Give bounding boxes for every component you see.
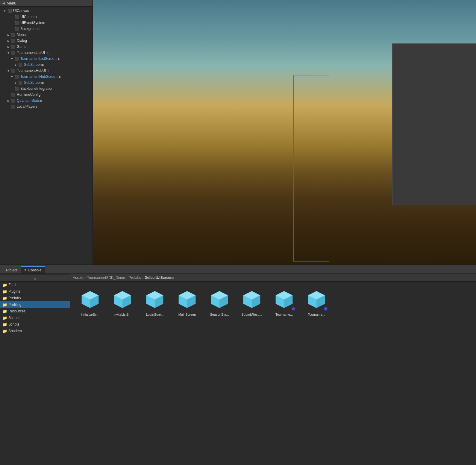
tree-item-dialog[interactable]: ⬛ Dialog	[0, 38, 93, 44]
tree-item-background[interactable]: ⬛ Background	[0, 26, 93, 32]
scroll-up-icon: ▲	[34, 276, 37, 280]
scroll-up-button[interactable]: ▲	[0, 275, 70, 282]
sidebar-item-shaders[interactable]: 📁 Shaders	[0, 328, 70, 334]
asset-icon-loginscreen	[143, 288, 167, 311]
cube-svg-invitelistsc	[112, 289, 133, 310]
arrow-menu	[6, 33, 11, 37]
label-resources: Resources	[8, 309, 25, 313]
label-shaders: Shaders	[8, 329, 22, 333]
folder-icon-shaders: 📁	[2, 329, 7, 333]
sidebar-item-scenes[interactable]: 📁 Scenes	[0, 314, 70, 321]
arrow-subscreen2	[13, 81, 18, 84]
arrow-subscreen1	[13, 63, 18, 66]
label-scripts: Scripts	[8, 322, 19, 326]
asset-label-tourname1: Tourname...	[275, 313, 293, 316]
arrow-tournamenthubui	[6, 69, 11, 72]
sidebar-item-profiling[interactable]: 📁 Profiling	[0, 301, 70, 308]
breadcrumb-sep3: ›	[142, 276, 143, 280]
asset-icon-tourname2	[304, 288, 328, 311]
cube-icon-uicamera: ⬛	[14, 14, 19, 19]
label-prefabs: Prefabs	[8, 296, 21, 300]
asset-item-invitelistsc[interactable]: InviteListS...	[107, 286, 137, 317]
asset-label-invitelistsc: InviteListS...	[113, 313, 131, 316]
cube-svg-mainscreen	[176, 289, 198, 310]
asset-label-submitresu: SubmitResu...	[241, 313, 262, 316]
cube-svg-initializesc	[79, 289, 101, 310]
asset-icon-mainscreen	[175, 288, 199, 311]
tree-item-uicamera[interactable]: ⬛ UICamera	[0, 14, 93, 20]
arrow-tournamentlistscreen	[10, 57, 14, 60]
cube-icon-game: ⬛	[11, 44, 16, 49]
tree-item-tournamenthubui[interactable]: ⬛ TournamentHubUI ◁	[0, 68, 93, 74]
breadcrumb-sdk: TournamentSDK_Demo	[87, 276, 125, 280]
hierarchy-more-icon[interactable]: ⋮	[86, 1, 90, 6]
arrow-game	[6, 45, 11, 48]
tab-project[interactable]: Project	[2, 266, 21, 273]
sidebar-item-scripts[interactable]: 📁 Scripts	[0, 321, 70, 328]
label-localplayers: LocalPlayers	[17, 104, 37, 109]
pointer-tournamentlistui: ◁	[46, 50, 49, 55]
breadcrumb-sep2: ›	[126, 276, 128, 280]
hierarchy-title: ◀ Menu	[2, 1, 16, 5]
cube-icon-tournamentlistscreen: ⬛	[14, 56, 19, 61]
tree-item-localplayers[interactable]: ⬛ LocalPlayers	[0, 104, 93, 110]
tree-item-tournamentlistui[interactable]: ⬛ TournamentListUI ◁	[0, 50, 93, 56]
asset-item-loginscreen[interactable]: LoginScre...	[140, 286, 170, 317]
asset-content: Assets › TournamentSDK_Demo › Prefabs › …	[70, 274, 476, 465]
tree-item-game[interactable]: ⬛ Game	[0, 44, 93, 50]
tree-item-uieventsystem[interactable]: ⬛ UIEventSystem	[0, 20, 93, 26]
label-quantumstats: QuantumStats	[17, 98, 40, 103]
breadcrumb-sep1: ›	[85, 276, 86, 280]
asset-breadcrumb: Assets › TournamentSDK_Demo › Prefabs › …	[70, 274, 476, 282]
arrow-right-qs: ▶	[40, 99, 43, 102]
asset-item-mainscreen[interactable]: MainScreen	[172, 286, 202, 317]
tree-item-uicanvas[interactable]: ⬛ UICanvas	[0, 8, 93, 14]
label-tournamenthubui: TournamentHubUI	[17, 69, 46, 73]
label-subscreen2: SubScreen	[24, 80, 42, 85]
arrow-quantumstats	[6, 99, 11, 102]
asset-item-submitresu[interactable]: SubmitResu...	[237, 286, 267, 317]
cube-svg-loginscreen	[144, 289, 166, 310]
tree-item-menu[interactable]: ⬛ Menu	[0, 32, 93, 38]
label-background: Background	[20, 27, 40, 31]
breadcrumb-assets: Assets	[73, 276, 84, 280]
arrow-right-ss1: ▶	[42, 63, 45, 66]
arrow-uicanvas	[2, 9, 7, 13]
tree-item-runtimeconfig[interactable]: ⬛ RuntimeConfig	[0, 92, 93, 98]
scene-view[interactable]	[93, 0, 476, 265]
arrow-right-ths: ▶	[59, 75, 61, 78]
cube-icon-subscreen1: ⬛	[18, 62, 23, 67]
cube-icon-uicanvas: ⬛	[7, 8, 12, 13]
tree-item-subscreen2[interactable]: ⬛ SubScreen ▶	[0, 80, 93, 86]
cube-icon-localplayers: ⬛	[11, 104, 16, 109]
bottom-main: ▲ 📁 Fetch 📁 Plugins 📁 Prefabs 📁 Profilin…	[0, 274, 476, 465]
tree-item-backboneintegration[interactable]: ⬛ BackboneIntegration	[0, 86, 93, 92]
tree-item-tournamentlistscreen[interactable]: ⬛ TournamentListScree... ▶	[0, 56, 93, 62]
folder-icon-profiling: 📁	[2, 303, 7, 307]
arrow-tournamentlistui	[6, 51, 11, 54]
asset-item-tourname1[interactable]: Tourname...	[269, 286, 299, 317]
tree-item-tournamenthubscreen[interactable]: ⬛ TournamentHubScree... ▶	[0, 74, 93, 80]
badge-purple-tourname1	[291, 307, 295, 311]
folder-icon-prefabs: 📁	[2, 296, 7, 300]
hierarchy-title-text: Menu	[7, 1, 16, 5]
hierarchy-panel: ◀ Menu ⋮ ⬛ UICanvas ⬛ UICamera	[0, 0, 93, 265]
tree-item-quantumstats[interactable]: ⬛ QuantumStats ▶	[0, 98, 93, 104]
label-fetch: Fetch	[8, 283, 17, 287]
asset-label-loginscreen: LoginScre...	[146, 313, 164, 316]
asset-icon-invitelistsc	[110, 288, 134, 311]
asset-item-tourname2[interactable]: Tourname...	[301, 286, 331, 317]
sidebar-item-plugins[interactable]: 📁 Plugins	[0, 288, 70, 295]
asset-item-seasonsta[interactable]: SeasonSta...	[204, 286, 234, 317]
sidebar-item-prefabs[interactable]: 📁 Prefabs	[0, 295, 70, 301]
tab-console[interactable]: ≡ Console	[21, 266, 45, 273]
sidebar-item-fetch[interactable]: 📁 Fetch	[0, 282, 70, 288]
asset-item-initializesc[interactable]: InitializeSc...	[75, 286, 105, 317]
label-uicanvas: UICanvas	[13, 9, 29, 13]
tree-item-subscreen1[interactable]: ⬛ SubScreen ▶	[0, 62, 93, 68]
label-uieventsystem: UIEventSystem	[20, 21, 45, 25]
sidebar-item-resources[interactable]: 📁 Resources	[0, 308, 70, 314]
badge-bluepurple-tourname2	[324, 307, 328, 311]
asset-icon-seasonsta	[207, 288, 231, 311]
folder-icon-fetch: 📁	[2, 283, 7, 287]
